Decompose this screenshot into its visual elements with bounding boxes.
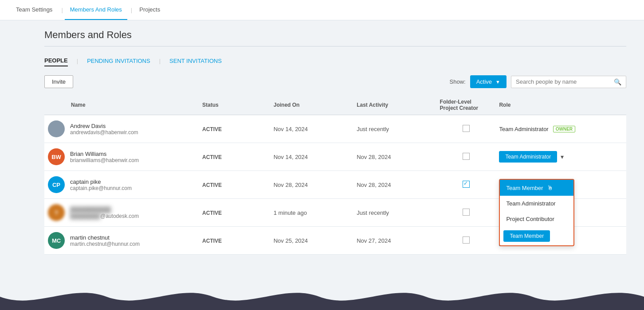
member-info: ██████████ ████████@autodesk.com [70,206,139,219]
activity-cell: Just recently [353,115,436,143]
nav-projects[interactable]: Projects [134,0,165,20]
member-info: Brian Williams brianwilliams@habenwir.co… [70,151,139,163]
tab-pending[interactable]: PENDING INVITATIONS [87,56,150,66]
col-header-creator: Folder-Level Project Creator [436,95,496,115]
role-td: Team Administrator ▾ [495,143,626,171]
joined-cell: 1 minute ago [270,199,353,227]
activity-date: Just recently [357,126,389,132]
status-cell: ACTIVE [199,115,270,143]
owner-badge: OWNER [553,126,575,132]
member-cell: MC martin chestnut martin.chestnut@hunnu… [44,227,199,255]
dropdown-item-selected[interactable]: Team Member [500,180,573,196]
activity-date: Nov 28, 2024 [357,182,391,188]
member-cell: CP captain pike captain.pike@hunnur.com [44,171,199,199]
member-cell: ? ██████████ ████████@autodesk.com [44,199,199,227]
nav-divider-1: | [61,7,63,13]
member-cell: BW Brian Williams brianwilliams@habenwir… [44,143,199,171]
avatar: ? [48,204,65,221]
member-name: Andrew Davis [70,123,138,129]
role-button[interactable]: Team Member [503,230,550,242]
member-email: captain.pike@hunnur.com [70,185,132,191]
joined-date: Nov 14, 2024 [274,154,308,160]
nav-divider-2: | [131,7,132,13]
active-filter-label: Active [476,78,492,85]
table-header-row: Name Status Joined On Last Activity Fold… [44,95,626,115]
joined-date: Nov 14, 2024 [274,126,308,132]
chevron-down-icon: ▼ [495,79,500,85]
col-header-joined: Joined On [270,95,353,115]
role-cell: Team Administrator ▾ [499,151,623,163]
activity-date: Just recently [357,209,389,216]
joined-cell: Nov 25, 2024 [270,227,353,255]
creator-cell [436,115,496,143]
page-title: Members and Roles [44,29,626,41]
avatar [48,120,65,137]
toolbar-right: Show: Active ▼ 🔍 [450,75,626,88]
table-row: BW Brian Williams brianwilliams@habenwir… [44,143,626,171]
role-cell: Team Administrator OWNER [499,126,623,132]
search-box: 🔍 [511,76,626,88]
member-info: Andrew Davis andrewdavis@habenwir.com [70,123,138,136]
joined-cell: Nov 28, 2024 [270,171,353,199]
activity-cell: Nov 28, 2024 [353,171,436,199]
activity-cell: Just recently [353,199,436,227]
activity-date: Nov 28, 2024 [357,154,391,160]
creator-checkbox[interactable] [463,209,470,216]
members-table: Name Status Joined On Last Activity Fold… [44,95,626,255]
role-cell: Team MemberTeam AdministratorProject Con… [499,181,623,188]
status-cell: ACTIVE [199,227,270,255]
member-name: Brian Williams [70,151,139,157]
col-header-activity: Last Activity [353,95,436,115]
toolbar: Invite Show: Active ▼ 🔍 [44,75,626,88]
tab-people[interactable]: PEOPLE [44,55,68,66]
joined-date: 1 minute ago [274,209,307,216]
joined-date: Nov 25, 2024 [274,237,308,244]
creator-cell [436,171,496,199]
creator-cell [436,143,496,171]
member-name: ██████████ [70,206,139,213]
active-filter-dropdown[interactable]: Active ▼ [470,75,507,88]
joined-cell: Nov 14, 2024 [270,143,353,171]
table-row: Andrew Davis andrewdavis@habenwir.com AC… [44,115,626,143]
member-name: captain pike [70,178,132,185]
dropdown-item[interactable]: Project Contributor [500,211,573,227]
nav-members-and-roles[interactable]: Members And Roles [65,0,127,20]
search-icon: 🔍 [614,78,621,85]
creator-checkbox[interactable] [463,236,470,244]
main-content: Members and Roles PEOPLE | PENDING INVIT… [0,20,644,310]
member-cell: Andrew Davis andrewdavis@habenwir.com [44,115,199,143]
sub-tabs: PEOPLE | PENDING INVITATIONS | SENT INVI… [44,55,626,66]
joined-date: Nov 28, 2024 [274,182,308,188]
status-cell: ACTIVE [199,171,270,199]
chevron-down-icon[interactable]: ▾ [561,153,564,160]
avatar: CP [48,176,65,193]
tab-sep-2: | [159,58,161,64]
status-cell: ACTIVE [199,199,270,227]
creator-checkbox[interactable] [463,153,470,160]
role-label: Team Administrator [499,126,548,132]
member-info: captain pike captain.pike@hunnur.com [70,178,132,191]
role-dropdown: Team MemberTeam AdministratorProject Con… [499,179,574,246]
show-label: Show: [450,78,466,85]
col-header-name: Name [44,95,199,115]
creator-checkbox[interactable] [463,181,470,188]
dropdown-item[interactable]: Team Administrator [500,196,573,211]
top-navigation: Team Settings | Members And Roles | Proj… [0,0,644,20]
creator-checkbox[interactable] [463,125,470,132]
tab-sent[interactable]: SENT INVITATIONS [169,56,222,66]
invite-button[interactable]: Invite [44,75,73,88]
status-badge: ACTIVE [202,210,222,216]
role-button[interactable]: Team Administrator [499,151,557,163]
activity-cell: Nov 27, 2024 [353,227,436,255]
creator-cell [436,227,496,255]
status-cell: ACTIVE [199,143,270,171]
member-email: martin.chestnut@hunnur.com [70,241,140,247]
avatar: MC [48,232,65,249]
member-email: ████████@autodesk.com [70,213,139,219]
member-email: brianwilliams@habenwir.com [70,157,139,163]
status-badge: ACTIVE [202,182,222,188]
status-badge: ACTIVE [202,238,222,244]
status-badge: ACTIVE [202,126,222,132]
nav-team-settings[interactable]: Team Settings [11,0,58,20]
search-input[interactable] [516,78,614,85]
